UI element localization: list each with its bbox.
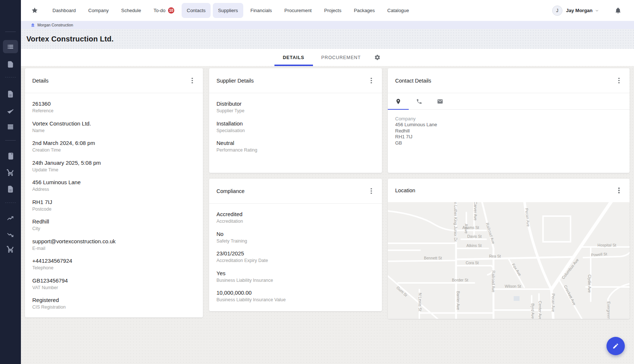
contact-tab-phone[interactable]: [409, 93, 430, 109]
notification-bell-icon[interactable]: [615, 7, 622, 14]
phone-icon: [416, 98, 422, 105]
map-street-label: Adams St: [462, 225, 479, 230]
field-label: Supplier Type: [216, 108, 375, 114]
field-value: GB123456794: [32, 277, 196, 284]
sidebar-divider: [5, 77, 16, 77]
location-card: Location Martin Luther King Junior DrA A…: [388, 179, 630, 319]
nav-item-label: Schedule: [121, 8, 141, 13]
edit-fab-button[interactable]: [606, 337, 625, 355]
field-label: Reference: [32, 108, 196, 114]
trending-up-icon: [7, 215, 14, 222]
sidebar-item-list-icon[interactable]: [3, 40, 18, 53]
field: RH1 7IJPostcode: [32, 199, 196, 212]
gear-icon[interactable]: [374, 49, 380, 66]
field-label: Accreditation Expiry Date: [216, 258, 375, 264]
contact-tab-location-pin[interactable]: [388, 93, 409, 109]
supplier-details-card: Supplier Details DistributorSupplier Typ…: [209, 68, 382, 173]
sidebar-item-document-icon[interactable]: [0, 88, 21, 99]
breadcrumb-bar: Morgan Construction: [21, 21, 634, 29]
nav-item-company[interactable]: Company: [83, 3, 114, 18]
tab-details[interactable]: DETAILS: [274, 49, 313, 66]
nav-item-catalogue[interactable]: Catalogue: [382, 3, 414, 18]
kebab-menu-icon[interactable]: [368, 187, 375, 195]
sidebar-item-file-upload-icon[interactable]: [0, 59, 21, 70]
field: 10,000,000.00Business Liability Insuranc…: [216, 289, 375, 303]
sidebar-item-document-icon[interactable]: [0, 183, 21, 194]
sidebar-item-contact-card-icon[interactable]: [0, 150, 21, 161]
field-value: 261360: [32, 100, 196, 108]
field-value: No: [216, 230, 375, 238]
nav-item-procurement[interactable]: Procurement: [279, 3, 317, 18]
left-sidebar: [0, 0, 21, 364]
field-label: Creation Time: [32, 147, 196, 153]
sidebar-item-trending-down-icon[interactable]: [0, 229, 21, 240]
sidebar-item-check-icon[interactable]: [0, 106, 21, 117]
field-label: Performance Rating: [216, 147, 375, 153]
field-label: Postcode: [32, 206, 196, 212]
field: DistributorSupplier Type: [216, 100, 375, 114]
favorite-star-icon[interactable]: [31, 7, 38, 14]
field-value: 10,000,000.00: [216, 289, 375, 296]
card-title: Supplier Details: [216, 78, 254, 84]
field: AccreditedAccreditation: [216, 211, 375, 225]
user-menu[interactable]: J Jay Morgan: [552, 6, 599, 16]
map-street-label: Border St: [452, 278, 468, 282]
field: RedhillCity: [32, 218, 196, 232]
sidebar-divider: [5, 32, 16, 32]
map-street-label: Rea St: [489, 254, 501, 258]
map-street-label: Pecan Ave: [551, 294, 555, 312]
contact-address-line: Redhill: [395, 128, 622, 134]
sidebar-item-rows-icon[interactable]: [0, 121, 21, 132]
nav-item-projects[interactable]: Projects: [319, 3, 346, 18]
user-name: Jay Morgan: [566, 8, 593, 13]
field-label: Address: [32, 186, 196, 193]
nav-item-suppliers[interactable]: Suppliers: [213, 3, 243, 18]
field: YesBusiness Liability Insurance: [216, 270, 375, 284]
field-label: Name: [32, 128, 196, 134]
avatar: J: [552, 6, 562, 16]
sidebar-item-cart-icon[interactable]: [0, 244, 21, 255]
sidebar-item-trending-up-icon[interactable]: [0, 213, 21, 224]
location-pin-icon: [395, 98, 401, 105]
field-label: Telephone: [32, 265, 196, 271]
field: 2nd March 2024, 6:08 pmCreation Time: [32, 139, 196, 153]
card-title: Contact Details: [395, 78, 431, 84]
breadcrumb[interactable]: Morgan Construction: [31, 23, 73, 27]
map-street-label: Evergreen Ave: [606, 302, 611, 319]
field-value: Registered: [32, 296, 196, 304]
contact-details-card-header: Contact Details: [388, 68, 630, 93]
file-upload-icon: [7, 61, 14, 68]
contact-address-line: GB: [395, 140, 622, 146]
nav-item-label: Company: [88, 8, 109, 13]
nav-item-label: Procurement: [284, 8, 311, 13]
kebab-menu-icon[interactable]: [189, 77, 196, 85]
trending-down-icon: [7, 231, 14, 239]
contact-tab-mail[interactable]: [430, 93, 451, 109]
tab-procurement[interactable]: PROCUREMENT: [313, 49, 369, 66]
kebab-menu-icon[interactable]: [616, 186, 622, 194]
kebab-menu-icon[interactable]: [616, 77, 622, 85]
todo-count-badge: 10: [168, 7, 174, 14]
kebab-menu-icon[interactable]: [368, 77, 375, 85]
sidebar-item-cart-icon[interactable]: [0, 167, 21, 178]
location-map[interactable]: Martin Luther King Junior DrA AveCarver …: [388, 202, 630, 319]
field: RegisteredCIS Registration: [32, 296, 196, 310]
field: NoSafety Training: [216, 230, 375, 244]
rows-icon: [7, 123, 14, 131]
nav-item-to-do[interactable]: To-do10: [148, 3, 179, 18]
field-value: Redhill: [32, 218, 196, 225]
page-tabs: DETAILS PROCUREMENT: [21, 49, 634, 66]
field-value: RH1 7IJ: [32, 199, 196, 206]
nav-item-packages[interactable]: Packages: [349, 3, 380, 18]
field: 24th January 2025, 5:08 pmUpdate Time: [32, 159, 196, 173]
nav-item-dashboard[interactable]: Dashboard: [47, 3, 81, 18]
nav-item-financials[interactable]: Financials: [245, 3, 277, 18]
field: InstallationSpecialisation: [216, 120, 375, 134]
contact-address: Company 456 Luminous LaneRedhillRH1 7IJG…: [388, 110, 630, 152]
nav-item-schedule[interactable]: Schedule: [116, 3, 146, 18]
breadcrumb-label: Morgan Construction: [37, 23, 73, 27]
document-icon: [7, 90, 14, 98]
nav-item-contacts[interactable]: Contacts: [182, 3, 211, 18]
field: 261360Reference: [32, 100, 196, 114]
field: support@vortexconstruction.co.ukE-mail: [32, 238, 196, 252]
